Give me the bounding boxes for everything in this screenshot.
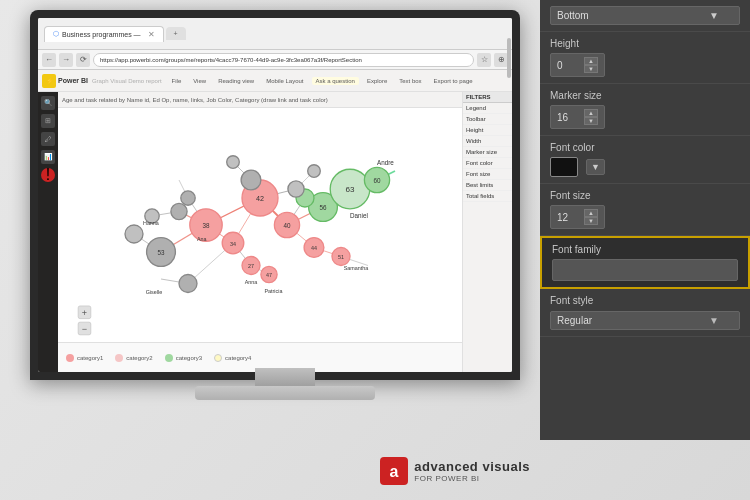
monitor: ⬡ Business programmes — ✕ + ← → ⟳ https:… [30, 10, 540, 430]
graph-svg: 38 42 40 34 27 [58, 108, 462, 342]
back-button[interactable]: ← [42, 53, 56, 67]
refresh-button[interactable]: ⟳ [76, 53, 90, 67]
browser-chrome: ⬡ Business programmes — ✕ + [38, 18, 512, 50]
filter-panel-header: FILTERS [463, 92, 512, 103]
font-style-dropdown[interactable]: Regular ▼ [550, 311, 740, 330]
toolbar-export[interactable]: Export to page [430, 77, 477, 85]
report-title: Graph Visual Demo report [92, 78, 162, 84]
legend-dot-3 [165, 354, 173, 362]
logo-area: a advanced visuals FOR POWER BI [380, 457, 530, 485]
font-size-section: Font size 12 ▲ ▼ [540, 184, 750, 236]
forward-button[interactable]: → [59, 53, 73, 67]
powerbi-toolbar: ⚡ Power BI Graph Visual Demo report File… [38, 70, 512, 92]
sidebar-icon-analytics[interactable]: 📊 [41, 150, 55, 164]
left-sidebar: 🔍 ⊞ 🖊 📊 ! [38, 92, 58, 372]
active-tab[interactable]: ⬡ Business programmes — ✕ [44, 26, 164, 42]
marker-size-spinner[interactable]: ▲ ▼ [584, 109, 598, 125]
font-size-spinner[interactable]: ▲ ▼ [584, 209, 598, 225]
svg-text:60: 60 [373, 177, 381, 184]
legend-item-4: category4 [214, 354, 251, 362]
height-spinner[interactable]: ▲ ▼ [584, 57, 598, 73]
main-content: 🔍 ⊞ 🖊 📊 ! Age and task related by Name i… [38, 92, 512, 372]
svg-point-50 [288, 181, 304, 197]
svg-text:Ana: Ana [197, 236, 207, 242]
graph-area[interactable]: Age and task related by Name id, Ed Op, … [58, 92, 462, 372]
toolbar-reading[interactable]: Reading view [214, 77, 258, 85]
svg-point-55 [227, 156, 240, 169]
legend-item-2: category2 [115, 354, 152, 362]
toolbar-view[interactable]: View [189, 77, 210, 85]
height-input[interactable]: 0 ▲ ▼ [550, 53, 605, 77]
svg-text:47: 47 [266, 272, 272, 278]
svg-text:27: 27 [248, 263, 254, 269]
marker-size-input[interactable]: 16 ▲ ▼ [550, 105, 605, 129]
toolbar-ask[interactable]: Ask a question [312, 77, 359, 85]
logo-brand: advanced visuals [414, 459, 530, 474]
height-label: Height [550, 38, 740, 49]
filter-marker: Marker size [463, 147, 512, 158]
toolbar-explore[interactable]: Explore [363, 77, 391, 85]
bookmark-button[interactable]: ☆ [477, 53, 491, 67]
svg-text:+: + [82, 308, 87, 318]
svg-rect-0 [71, 108, 449, 342]
marker-size-control: 16 ▲ ▼ [550, 105, 740, 129]
marker-spin-down[interactable]: ▼ [584, 117, 598, 125]
legend-dot-2 [115, 354, 123, 362]
svg-text:Daniel: Daniel [350, 212, 368, 219]
svg-text:40: 40 [283, 222, 291, 229]
filter-fontsize: Font size [463, 169, 512, 180]
svg-point-54 [241, 170, 261, 190]
color-dropdown-arrow[interactable]: ▼ [586, 159, 605, 175]
svg-text:53: 53 [157, 249, 165, 256]
sidebar-icon-data[interactable]: ⊞ [41, 114, 55, 128]
font-style-arrow: ▼ [709, 315, 719, 326]
svg-text:Anna: Anna [245, 279, 258, 285]
new-tab[interactable]: + [166, 27, 186, 40]
sidebar-icon-format[interactable]: 🖊 [41, 132, 55, 146]
legend-label-1: category1 [77, 355, 103, 361]
svg-text:−: − [82, 324, 87, 334]
marker-spin-up[interactable]: ▲ [584, 109, 598, 117]
font-color-label: Font color [550, 142, 740, 153]
font-size-spin-up[interactable]: ▲ [584, 209, 598, 217]
monitor-stand [40, 368, 530, 400]
filter-toolbar: Toolbar [463, 114, 512, 125]
font-color-picker[interactable]: ▼ [550, 157, 605, 177]
sidebar-icon-search[interactable]: 🔍 [41, 96, 55, 110]
top-dropdown-section: Bottom ▼ [540, 0, 750, 32]
url-bar[interactable]: https://app.powerbi.com/groups/me/report… [93, 53, 474, 67]
toolbar-mobile[interactable]: Mobile Layout [262, 77, 307, 85]
font-style-select[interactable]: Regular ▼ [550, 311, 740, 330]
height-spin-up[interactable]: ▲ [584, 57, 598, 65]
svg-text:Patricia: Patricia [265, 288, 283, 294]
font-family-input[interactable] [552, 259, 738, 281]
top-dropdown[interactable]: Bottom ▼ [550, 6, 740, 25]
toolbar-items: File View Reading view Mobile Layout Ask… [168, 77, 508, 85]
advanced-visuals-icon: a [380, 457, 408, 485]
extensions-button[interactable]: ⊕ [494, 53, 508, 67]
font-style-label: Font style [550, 295, 740, 306]
font-size-input[interactable]: 12 ▲ ▼ [550, 205, 605, 229]
font-family-section: Font family [540, 236, 750, 289]
filter-legend: Legend [463, 103, 512, 114]
browser-controls: ← → ⟳ https://app.powerbi.com/groups/me/… [38, 50, 512, 70]
color-swatch[interactable] [550, 157, 578, 177]
svg-text:56: 56 [319, 204, 327, 211]
legend-label-2: category2 [126, 355, 152, 361]
toolbar-textbox[interactable]: Text box [395, 77, 425, 85]
font-color-control: ▼ [550, 157, 740, 177]
graph-canvas: 38 42 40 34 27 [58, 108, 462, 342]
svg-text:Samantha: Samantha [344, 265, 369, 271]
font-size-spin-down[interactable]: ▼ [584, 217, 598, 225]
logo-text: advanced visuals FOR POWER BI [414, 459, 530, 483]
filter-bestlimits: Best limits [463, 180, 512, 191]
marker-size-label: Marker size [550, 90, 740, 101]
sidebar-icon-alert[interactable]: ! [41, 168, 55, 182]
toolbar-file[interactable]: File [168, 77, 186, 85]
powerbi-icon: ⚡ [42, 74, 56, 88]
height-spin-down[interactable]: ▼ [584, 65, 598, 73]
logo-subtitle: FOR POWER BI [414, 474, 530, 483]
font-size-control: 12 ▲ ▼ [550, 205, 740, 229]
marker-size-section: Marker size 16 ▲ ▼ [540, 84, 750, 136]
filter-total: Total fields [463, 191, 512, 202]
